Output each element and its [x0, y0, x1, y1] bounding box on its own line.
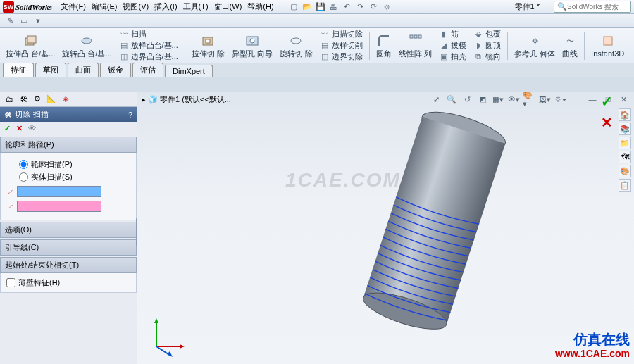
thin-feature-label: 薄壁特征(H): [18, 277, 60, 288]
mirror-button[interactable]: ⧉镜向: [471, 51, 504, 63]
confirmation-corner: ✓ ✕: [601, 93, 613, 131]
radio-solid-label: 实体扫描(S): [31, 172, 73, 182]
draft-button[interactable]: ◢拔模: [436, 40, 469, 51]
thin-feature-checkbox[interactable]: [6, 278, 15, 287]
undo-icon[interactable]: ↶: [342, 1, 353, 13]
tab-features[interactable]: 特征: [3, 63, 34, 77]
more-icon[interactable]: ▾: [32, 15, 44, 27]
custom-props-icon[interactable]: 📋: [619, 179, 631, 192]
quick-access-toolbar: ▢ 📂 💾 🖶 ↶ ↷ ⟳ ⛭: [288, 1, 393, 13]
path-icon: ⟋: [6, 202, 14, 211]
pm-section-guides[interactable]: 引导线(C): [0, 239, 137, 256]
svg-point-7: [291, 38, 301, 44]
menu-tools[interactable]: 工具(T): [183, 1, 209, 12]
fillet-button[interactable]: 圆角: [373, 32, 394, 59]
boundary-button[interactable]: ◫边界凸台/基...: [116, 51, 181, 63]
menu-window[interactable]: 窗口(W): [214, 1, 242, 12]
tab-dimxpert[interactable]: DimXpert: [165, 65, 213, 77]
menu-view[interactable]: 视图(V): [123, 1, 149, 12]
dome-button[interactable]: ◗圆顶: [471, 40, 504, 51]
menu-edit[interactable]: 编辑(E): [92, 1, 118, 12]
profile-selection-field[interactable]: [17, 186, 101, 197]
svg-rect-1: [27, 36, 36, 43]
select-icon[interactable]: ▭: [18, 15, 30, 27]
search-input[interactable]: [567, 3, 623, 11]
ref-geometry-button[interactable]: ✥参考几 何体: [511, 32, 558, 59]
help-icon[interactable]: ?: [128, 111, 132, 119]
radio-sketch-profile[interactable]: [19, 160, 28, 169]
tab-sheetmetal[interactable]: 钣金: [100, 63, 131, 77]
workspace: 🗂 🛠 ⚙ 📐 ◈ 🛠 切除-扫描 ? ✓ ✕ 👁 轮廓和路径(P) 轮廓扫描(…: [0, 92, 634, 364]
appearances-pane-icon[interactable]: 🎨: [619, 165, 631, 177]
ribbon: 拉伸凸 台/基... 旋转凸 台/基... 〰扫描 ▤放样凸台/基... ◫边界…: [0, 28, 634, 63]
revolve-boss-button[interactable]: 旋转凸 台/基...: [59, 32, 114, 59]
search-box[interactable]: 🔍: [554, 1, 631, 13]
options-icon[interactable]: ⛭: [382, 1, 393, 13]
view-palette-icon[interactable]: 🗺: [619, 151, 631, 163]
graphics-area[interactable]: ▸ 🧊 零件1 (默认<<默认... ⤢ 🔍 ↺ ◩ ▦▾ 👁▾ 🎨▾ 🖼▾ ⛭…: [137, 92, 634, 364]
hole-wizard-button[interactable]: 异型孔 向导: [229, 32, 275, 59]
design-library-icon[interactable]: 📚: [619, 123, 631, 135]
tab-evaluate[interactable]: 评估: [132, 63, 163, 77]
search-icon: 🔍: [557, 2, 567, 11]
extrude-cut-button[interactable]: 拉伸切 除: [189, 32, 228, 59]
menu-file[interactable]: 文件(F): [61, 1, 86, 12]
radio-solid-profile[interactable]: [19, 172, 28, 182]
rebuild-icon[interactable]: ⟳: [368, 1, 380, 13]
config-tab-icon[interactable]: ⚙: [31, 93, 44, 106]
linear-pattern-button[interactable]: 线性阵 列: [396, 32, 435, 59]
pm-section-options[interactable]: 选项(O): [0, 222, 137, 238]
rib-button[interactable]: ▮筋: [436, 29, 469, 40]
shell-button[interactable]: ▣抽壳: [436, 51, 469, 63]
task-pane: 🏠 📚 📁 🗺 🎨 📋: [619, 108, 633, 192]
path-selection-field[interactable]: [17, 201, 101, 212]
wrap-button[interactable]: ⬙包覆: [471, 29, 504, 40]
resources-icon[interactable]: 🏠: [619, 108, 631, 121]
save-icon[interactable]: 💾: [315, 1, 326, 13]
feature-tree-tab-icon[interactable]: 🗂: [3, 93, 15, 106]
sweep-button[interactable]: 〰扫描: [116, 29, 181, 40]
instant3d-button[interactable]: Instant3D: [588, 32, 627, 59]
svg-rect-11: [604, 37, 612, 45]
cancel-button[interactable]: ✕: [16, 124, 23, 133]
display-tab-icon[interactable]: ◈: [59, 93, 72, 106]
new-icon[interactable]: ▢: [288, 1, 299, 13]
cut-sweep-icon: 🛠: [4, 111, 12, 119]
revolve-cut-button[interactable]: 旋转切 除: [277, 32, 316, 59]
sub-toolbar: ✎ ▭ ▾: [0, 14, 634, 28]
menu-insert[interactable]: 插入(I): [154, 1, 177, 12]
menu-help[interactable]: 帮助(H): [247, 1, 273, 12]
corner-ok-icon[interactable]: ✓: [601, 93, 613, 110]
pm-section-profile[interactable]: 轮廓和路径(P): [0, 137, 137, 153]
pm-section-startend[interactable]: 起始处/结束处相切(T): [0, 257, 137, 273]
flyout-tree-icon[interactable]: ▸: [142, 95, 146, 104]
extrude-boss-button[interactable]: 拉伸凸 台/基...: [3, 32, 58, 59]
property-tab-icon[interactable]: 🛠: [17, 93, 30, 106]
pm-title: 切除-扫描: [15, 109, 49, 120]
pm-body-thin: 薄壁特征(H): [0, 273, 137, 293]
brand-url: www.1CAE.com: [555, 348, 630, 360]
min-icon[interactable]: —: [586, 93, 599, 106]
print-icon[interactable]: 🖶: [328, 1, 340, 13]
close-icon[interactable]: ✕: [617, 93, 630, 106]
open-icon[interactable]: 📂: [302, 1, 313, 13]
redo-icon[interactable]: ↷: [355, 1, 366, 13]
flyout-tree-root[interactable]: 零件1 (默认<<默认...: [160, 94, 231, 105]
orientation-triad[interactable]: [146, 315, 188, 357]
loft-button[interactable]: ▤放样凸台/基...: [116, 40, 181, 51]
footer-brand: 仿真在线 www.1CAE.com: [555, 331, 630, 360]
pm-title-bar: 🛠 切除-扫描 ?: [0, 107, 137, 122]
file-explorer-icon[interactable]: 📁: [619, 137, 631, 149]
boundary-cut-button[interactable]: ◫边界切除: [317, 51, 366, 63]
corner-cancel-icon[interactable]: ✕: [601, 114, 613, 131]
curves-button[interactable]: 〜曲线: [559, 32, 580, 59]
loft-cut-button[interactable]: ▤放样切削: [317, 40, 366, 51]
sweep-cut-button[interactable]: 〰扫描切除: [317, 29, 366, 40]
view-settings-icon[interactable]: ⛭▾: [554, 93, 566, 106]
tab-surface[interactable]: 曲面: [68, 63, 99, 77]
ok-button[interactable]: ✓: [4, 124, 11, 133]
dimxpert-tab-icon[interactable]: 📐: [45, 93, 58, 106]
preview-icon[interactable]: 👁: [28, 124, 36, 133]
tab-sketch[interactable]: 草图: [35, 63, 66, 77]
sketch-icon[interactable]: ✎: [4, 15, 15, 27]
